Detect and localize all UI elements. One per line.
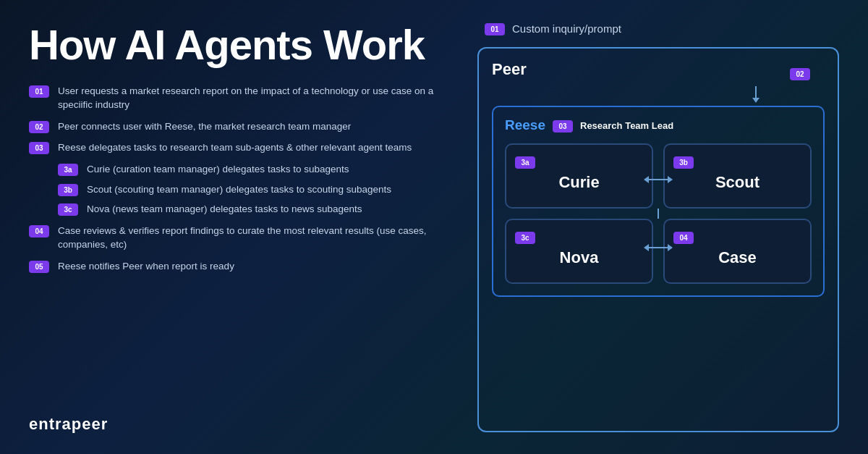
agent-name: Curie — [515, 173, 643, 192]
sub-step-text: Curie (curation team manager) delegates … — [87, 162, 349, 177]
step-item: 01User requests a market research report… — [29, 84, 448, 112]
step-item: 04Case reviews & verifies report finding… — [29, 224, 448, 252]
agent-box-case: 04Case — [663, 219, 812, 284]
step-text: Reese notifies Peer when report is ready — [58, 259, 234, 274]
agent-badge: 3b — [673, 156, 694, 169]
right-panel: 01 Custom inquiry/prompt Peer 02 — [477, 22, 839, 432]
agent-name: Scout — [673, 173, 801, 192]
step-text: Peer connects user with Reese, the marke… — [58, 119, 351, 134]
reese-sub-label: Research Team Lead — [580, 120, 673, 131]
agent-box-curie: 3aCurie — [505, 143, 653, 209]
inquiry-badge: 01 — [485, 23, 505, 35]
inquiry-label: Custom inquiry/prompt — [512, 22, 621, 35]
step-item: 02Peer connects user with Reese, the mar… — [29, 119, 448, 134]
steps-list: 01User requests a market research report… — [29, 84, 448, 274]
main-container: How AI Agents Work 01User requests a mar… — [0, 0, 868, 454]
sub-step-badge: 3c — [58, 203, 78, 216]
peer-label: Peer — [492, 60, 527, 79]
sub-step-badge: 3a — [58, 164, 78, 176]
agent-name: Nova — [515, 248, 643, 267]
inquiry-row: 01 Custom inquiry/prompt — [477, 22, 839, 35]
sub-steps: 3aCurie (curation team manager) delegate… — [58, 162, 448, 217]
reese-badge: 03 — [553, 120, 573, 133]
agent-badge: 04 — [673, 232, 694, 244]
brand-logo: entrapeer — [29, 415, 108, 434]
agent-box-nova: 3cNova — [505, 219, 653, 284]
reese-header: Reese 03 Research Team Lead — [505, 117, 812, 133]
page-title: How AI Agents Work — [29, 22, 448, 68]
reese-box: Reese 03 Research Team Lead 3aCurie3bSco… — [492, 106, 825, 297]
agent-badge: 3a — [515, 156, 535, 169]
sub-step-text: Nova (news team manager) delegates tasks… — [87, 202, 362, 217]
step-badge: 01 — [29, 85, 49, 98]
agent-grid-wrapper: 3aCurie3bScout3cNova04Case — [505, 143, 812, 284]
sub-step-text: Scout (scouting team manager) delegates … — [87, 182, 391, 197]
step-text: Case reviews & verifies report findings … — [58, 224, 448, 252]
step-badge: 05 — [29, 261, 49, 273]
left-panel: How AI Agents Work 01User requests a mar… — [29, 22, 448, 432]
sub-step-badge: 3b — [58, 184, 78, 196]
sub-step-item: 3cNova (news team manager) delegates tas… — [58, 202, 448, 217]
h-arrow-top — [644, 176, 673, 183]
v-line-center — [658, 209, 659, 219]
step-item: 03Reese delegates tasks to research team… — [29, 140, 448, 155]
down-arrow — [752, 86, 760, 103]
reese-label: Reese — [505, 117, 545, 133]
peer-badge: 02 — [790, 68, 810, 80]
sub-step-item: 3aCurie (curation team manager) delegate… — [58, 162, 448, 177]
step-text: User requests a market research report o… — [58, 84, 448, 112]
agent-name: Case — [673, 248, 801, 267]
agent-badge: 3c — [515, 232, 535, 244]
agent-box-scout: 3bScout — [663, 143, 812, 209]
step-item: 05Reese notifies Peer when report is rea… — [29, 259, 448, 274]
peer-box: Peer 02 Reese 03 Research Team Lead — [477, 47, 839, 432]
sub-step-item: 3bScout (scouting team manager) delegate… — [58, 182, 448, 197]
arrow-down-wrapper — [492, 86, 760, 103]
step-badge: 04 — [29, 225, 49, 237]
step-badge: 02 — [29, 121, 49, 133]
h-arrow-bottom — [644, 244, 673, 251]
step-badge: 03 — [29, 142, 49, 154]
step-text: Reese delegates tasks to research team s… — [58, 140, 412, 155]
